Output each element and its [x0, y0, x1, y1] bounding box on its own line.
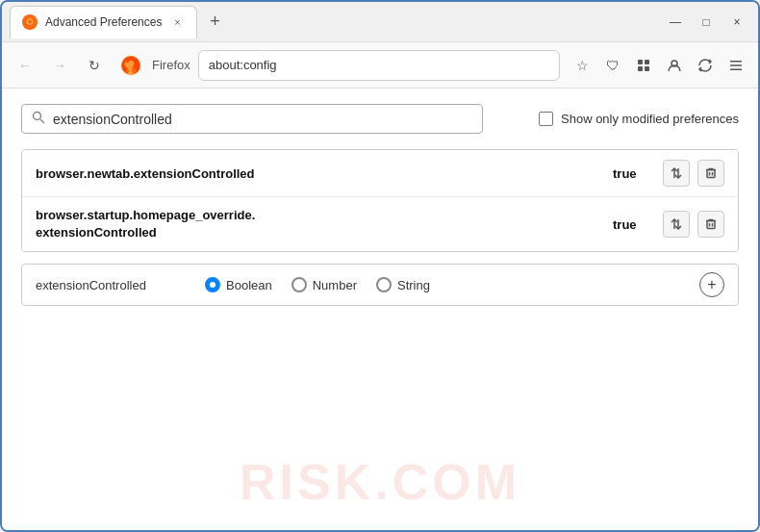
search-input[interactable] — [53, 112, 472, 127]
svg-rect-5 — [638, 66, 643, 71]
nav-icons-right: ☆ 🛡 — [568, 51, 750, 80]
extension-icon[interactable] — [629, 51, 658, 80]
tab-title: Advanced Preferences — [45, 15, 162, 29]
radio-string-label: String — [397, 278, 430, 292]
svg-rect-10 — [730, 68, 742, 70]
show-modified-label[interactable]: Show only modified preferences — [561, 112, 739, 126]
svg-rect-13 — [707, 170, 715, 178]
new-pref-name: extensionControlled — [36, 278, 190, 292]
browser-tab: Advanced Preferences × — [10, 6, 197, 38]
show-modified-container: Show only modified preferences — [539, 112, 739, 126]
bookmark-icon[interactable]: ☆ — [568, 51, 596, 80]
reload-button[interactable]: ↻ — [79, 50, 110, 81]
svg-rect-9 — [730, 64, 742, 66]
shield-icon[interactable]: 🛡 — [598, 51, 627, 80]
pref-actions-1 — [663, 160, 724, 187]
pref-actions-2 — [663, 211, 724, 238]
radio-boolean-label: Boolean — [226, 278, 272, 292]
svg-rect-8 — [730, 61, 742, 63]
new-preference-row: extensionControlled Boolean Number Strin… — [21, 264, 739, 306]
pref-delete-button-2[interactable] — [697, 211, 724, 238]
window-controls: — □ × — [662, 9, 750, 36]
preferences-table: browser.newtab.extensionControlled true — [21, 149, 739, 252]
nav-bar: ← → ↻ Firefox about:config ☆ 🛡 — [2, 42, 758, 89]
browser-name-label: Firefox — [152, 58, 190, 72]
pref-swap-button-1[interactable] — [663, 160, 690, 187]
add-preference-button[interactable]: + — [699, 272, 724, 297]
back-button[interactable]: ← — [10, 50, 40, 81]
table-row: browser.newtab.extensionControlled true — [22, 150, 738, 197]
table-row: browser.startup.homepage_override.extens… — [22, 197, 738, 251]
svg-point-11 — [34, 113, 41, 120]
maximize-button[interactable]: □ — [693, 9, 720, 36]
pref-value-2: true — [613, 217, 651, 232]
pref-swap-button-2[interactable] — [663, 211, 690, 238]
radio-number-label: Number — [313, 278, 357, 292]
new-tab-button[interactable]: + — [201, 9, 228, 36]
content-area: RISK.COM Show only modified preferences … — [2, 89, 758, 530]
radio-boolean-circle — [205, 277, 220, 292]
search-bar: Show only modified preferences — [21, 104, 739, 134]
svg-rect-4 — [645, 60, 649, 64]
close-button[interactable]: × — [723, 9, 750, 36]
show-modified-checkbox[interactable] — [539, 112, 553, 126]
svg-rect-16 — [707, 221, 715, 229]
address-bar[interactable]: about:config — [198, 50, 560, 81]
svg-rect-6 — [645, 66, 649, 71]
radio-string[interactable]: String — [376, 277, 430, 292]
address-text: about:config — [209, 58, 549, 72]
title-bar: Advanced Preferences × + — □ × — [2, 2, 758, 42]
radio-number[interactable]: Number — [291, 277, 357, 292]
search-icon — [32, 111, 45, 127]
tab-favicon — [22, 14, 38, 30]
radio-string-circle — [376, 277, 392, 292]
firefox-logo — [117, 52, 144, 79]
pref-name-1: browser.newtab.extensionControlled — [36, 166, 613, 181]
svg-line-12 — [40, 119, 44, 123]
menu-icon[interactable] — [722, 51, 750, 80]
minimize-button[interactable]: — — [662, 9, 689, 36]
pref-value-1: true — [613, 166, 651, 181]
sync-icon[interactable] — [691, 51, 720, 80]
tab-close-button[interactable]: × — [169, 14, 185, 30]
type-radio-group: Boolean Number String — [205, 277, 684, 292]
watermark: RISK.COM — [240, 453, 520, 511]
search-input-wrapper[interactable] — [21, 104, 483, 134]
account-icon[interactable] — [660, 51, 689, 80]
pref-delete-button-1[interactable] — [697, 160, 724, 187]
forward-button[interactable]: → — [44, 50, 75, 81]
radio-number-circle — [291, 277, 307, 292]
svg-point-1 — [28, 20, 32, 24]
svg-rect-3 — [638, 60, 643, 64]
radio-boolean[interactable]: Boolean — [205, 277, 272, 292]
pref-name-2: browser.startup.homepage_override.extens… — [36, 207, 613, 241]
